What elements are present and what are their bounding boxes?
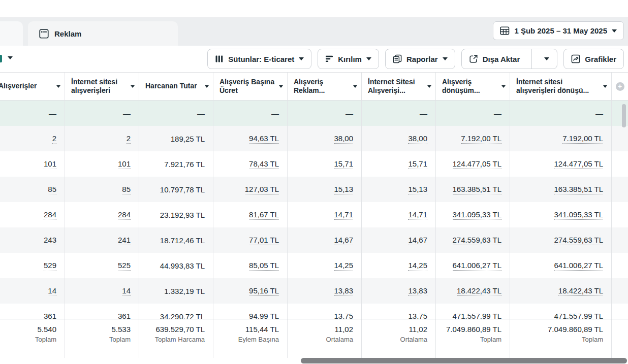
- metric-link[interactable]: 163.385,51 TL: [554, 185, 603, 194]
- metric-value: —: [494, 109, 501, 118]
- vertical-scrollbar[interactable]: [622, 104, 626, 127]
- metric-link[interactable]: 95,16 TL: [249, 286, 279, 296]
- metric-link[interactable]: 641.006,27 TL: [554, 261, 603, 271]
- totals-cell: 639.529,70 TLToplam Harcama: [139, 319, 213, 358]
- horizontal-scrollbar[interactable]: [301, 358, 627, 363]
- metric-link[interactable]: 38,00: [408, 134, 427, 144]
- metric-link[interactable]: 284: [44, 210, 56, 220]
- metric-link[interactable]: 101: [44, 159, 56, 169]
- metric-link[interactable]: 94,99 TL: [249, 312, 279, 319]
- metric-link[interactable]: 78,43 TL: [249, 159, 279, 169]
- chevron-down-icon[interactable]: [8, 56, 13, 59]
- metric-link[interactable]: 243: [44, 236, 56, 245]
- table-cell: —: [65, 101, 139, 126]
- metric-link[interactable]: 361: [118, 312, 131, 319]
- metric-link[interactable]: 2: [127, 134, 131, 144]
- tab-reklam[interactable]: Reklam: [28, 21, 178, 46]
- table-cell: 7.192,00 TL: [436, 126, 510, 151]
- chevron-down-icon[interactable]: [279, 85, 283, 88]
- tab-partial-left[interactable]: [0, 21, 23, 46]
- totals-value: 5.533: [111, 325, 131, 334]
- column-header[interactable]: Alışveriş Başına Ücret: [213, 73, 288, 100]
- metric-link[interactable]: 284: [118, 210, 131, 220]
- metric-link[interactable]: 14,25: [408, 261, 427, 271]
- metric-link[interactable]: 13,83: [408, 286, 427, 296]
- metric-link[interactable]: 14,25: [334, 261, 353, 271]
- metric-link[interactable]: 81,67 TL: [249, 210, 279, 220]
- chevron-down-icon[interactable]: [353, 85, 357, 88]
- metric-link[interactable]: 14: [122, 286, 131, 296]
- metric-link[interactable]: 18.422,43 TL: [457, 286, 501, 296]
- totals-cell: 115,44 TLEylem Başına: [213, 319, 288, 358]
- metric-link[interactable]: 471.557,99 TL: [554, 312, 603, 319]
- metric-link[interactable]: 14,67: [334, 236, 353, 245]
- metric-link[interactable]: 163.385,51 TL: [453, 185, 501, 194]
- metric-link[interactable]: 77,01 TL: [249, 236, 279, 245]
- metric-link[interactable]: 14,71: [334, 210, 353, 220]
- column-header[interactable]: Alışveriş dönüşüm...: [436, 73, 510, 100]
- date-range-button[interactable]: 1 Şub 2025 – 31 May 2025: [493, 21, 624, 40]
- table-cell: 38,00: [288, 126, 362, 151]
- chevron-down-icon[interactable]: [427, 85, 431, 88]
- metric-link[interactable]: 14,71: [408, 210, 427, 220]
- table-cell: 189,25 TL: [139, 126, 213, 151]
- metric-link[interactable]: 525: [118, 261, 131, 271]
- metric-link[interactable]: 85: [48, 185, 56, 194]
- charts-button[interactable]: Grafikler: [563, 49, 624, 69]
- export-button[interactable]: Dışa Aktar: [462, 49, 527, 69]
- export-options-button[interactable]: [537, 49, 557, 69]
- column-header[interactable]: Alışverişler: [0, 73, 65, 100]
- chevron-down-icon: [612, 29, 617, 32]
- table-cell: 101: [65, 151, 139, 177]
- chevron-down-icon[interactable]: [603, 85, 607, 88]
- columns-button[interactable]: Sütunlar: E-ticaret: [207, 49, 311, 69]
- table-cell: 13,75: [362, 304, 436, 319]
- metric-link[interactable]: 341.095,33 TL: [453, 210, 501, 220]
- metric-link[interactable]: 241: [118, 236, 131, 245]
- metric-link[interactable]: 13,83: [334, 286, 353, 296]
- metric-link[interactable]: 15,13: [408, 185, 427, 194]
- column-header[interactable]: Alışveriş Reklam...: [288, 73, 362, 100]
- metric-link[interactable]: 18.422,43 TL: [558, 286, 603, 296]
- metric-link[interactable]: 101: [118, 159, 131, 169]
- chevron-down-icon[interactable]: [56, 85, 60, 88]
- metric-link[interactable]: 85: [122, 185, 131, 194]
- metric-link[interactable]: 341.095,33 TL: [554, 210, 603, 220]
- chevron-down-icon[interactable]: [501, 85, 506, 88]
- metric-link[interactable]: 7.192,00 TL: [461, 134, 501, 144]
- chevron-down-icon[interactable]: [131, 85, 135, 88]
- add-column-button[interactable]: +: [616, 82, 624, 91]
- metric-link[interactable]: 15,71: [334, 159, 353, 169]
- metric-link[interactable]: 15,71: [408, 159, 427, 169]
- metric-link[interactable]: 274.559,63 TL: [554, 236, 603, 245]
- metric-link[interactable]: 14: [48, 286, 56, 296]
- metric-link[interactable]: 13,75: [334, 312, 353, 319]
- metric-link[interactable]: 361: [44, 312, 56, 319]
- metric-link[interactable]: 38,00: [334, 134, 353, 144]
- column-header[interactable]: Harcanan Tutar: [139, 73, 213, 100]
- breakdown-button[interactable]: Kırılım: [318, 49, 379, 69]
- metric-link[interactable]: 124.477,05 TL: [453, 159, 501, 169]
- metric-link[interactable]: 471.557,99 TL: [453, 312, 501, 319]
- metric-link[interactable]: 14,67: [408, 236, 427, 245]
- column-header[interactable]: İnternet sitesi alışverişleri: [65, 73, 139, 100]
- metric-link[interactable]: 127,03 TL: [245, 185, 279, 194]
- column-header[interactable]: İnternet Sitesi Alışverişi...: [362, 73, 436, 100]
- metric-link[interactable]: 529: [44, 261, 56, 271]
- metric-link[interactable]: 2: [52, 134, 56, 144]
- metric-link[interactable]: 85,05 TL: [249, 261, 279, 271]
- metric-link[interactable]: 7.192,00 TL: [562, 134, 603, 144]
- table-cell: 361: [0, 304, 65, 319]
- table-row: 858510.797,78 TL127,03 TL15,1315,13163.3…: [0, 177, 628, 202]
- column-header[interactable]: İnternet sitesi alışverişleri dönüşü...: [510, 73, 612, 100]
- metric-link[interactable]: 15,13: [334, 185, 353, 194]
- metric-link[interactable]: 641.006,27 TL: [453, 261, 501, 271]
- table-cell: 14,67: [362, 227, 436, 253]
- reports-button[interactable]: Raporlar: [385, 49, 455, 69]
- metric-link[interactable]: 13,75: [408, 312, 427, 319]
- table-cell: 529: [0, 253, 65, 278]
- metric-link[interactable]: 274.559,63 TL: [453, 236, 501, 245]
- metric-link[interactable]: 94,63 TL: [249, 134, 279, 144]
- metric-link[interactable]: 124.477,05 TL: [554, 159, 603, 169]
- chevron-down-icon[interactable]: [205, 85, 209, 88]
